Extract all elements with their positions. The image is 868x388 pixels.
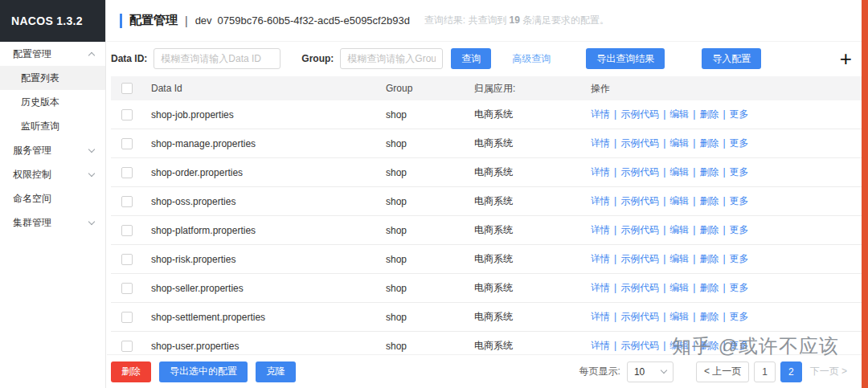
plus-icon[interactable]: + <box>840 51 852 67</box>
sidebar-item-service-management[interactable]: 服务管理 <box>0 138 105 162</box>
row-app: 电商系统 <box>466 165 583 179</box>
result-count: 19 <box>510 14 520 26</box>
row-action-sample-code[interactable]: 示例代码 <box>620 224 659 235</box>
row-action-more[interactable]: 更多 <box>730 195 749 206</box>
row-action-detail[interactable]: 详情 <box>591 253 610 264</box>
row-action-delete[interactable]: 删除 <box>699 311 719 322</box>
row-action-sample-code[interactable]: 示例代码 <box>620 137 659 149</box>
row-checkbox[interactable] <box>121 109 133 120</box>
select-all-checkbox[interactable] <box>121 83 133 94</box>
row-app: 电商系统 <box>466 108 583 121</box>
group-label: Group: <box>301 53 334 64</box>
header-data-id: Data Id <box>143 83 378 94</box>
export-query-results-button[interactable]: 导出查询结果 <box>586 48 665 69</box>
row-action-delete[interactable]: 删除 <box>699 282 719 293</box>
row-action-detail[interactable]: 详情 <box>591 282 610 293</box>
row-action-edit[interactable]: 编辑 <box>669 195 689 206</box>
row-action-more[interactable]: 更多 <box>730 108 749 120</box>
group-input[interactable] <box>340 48 443 69</box>
action-separator: | <box>614 253 616 264</box>
row-data-id: shop-manage.properties <box>143 138 378 149</box>
row-action-edit[interactable]: 编辑 <box>669 166 689 178</box>
row-action-sample-code[interactable]: 示例代码 <box>620 311 659 322</box>
row-action-edit[interactable]: 编辑 <box>669 108 689 120</box>
row-action-detail[interactable]: 详情 <box>591 311 610 322</box>
row-action-sample-code[interactable]: 示例代码 <box>620 108 659 120</box>
data-id-input[interactable] <box>154 48 280 69</box>
row-action-more[interactable]: 更多 <box>730 166 749 178</box>
row-checkbox[interactable] <box>121 283 133 294</box>
row-checkbox[interactable] <box>121 167 133 178</box>
row-action-edit[interactable]: 编辑 <box>669 282 689 293</box>
page-2-button[interactable]: 2 <box>780 361 802 382</box>
delete-button[interactable]: 删除 <box>111 361 151 382</box>
query-button[interactable]: 查询 <box>451 48 491 69</box>
table-row: shop-oss.propertiesshop电商系统详情|示例代码|编辑|删除… <box>111 187 862 216</box>
row-action-detail[interactable]: 详情 <box>591 166 610 178</box>
page-1-button[interactable]: 1 <box>754 361 776 382</box>
sidebar-item-namespace[interactable]: 命名空间 <box>0 186 105 210</box>
row-action-sample-code[interactable]: 示例代码 <box>620 195 659 206</box>
row-action-edit[interactable]: 编辑 <box>669 224 689 235</box>
sidebar-item-config-list[interactable]: 配置列表 <box>0 66 105 90</box>
row-actions: 详情|示例代码|编辑|删除|更多 <box>583 137 862 150</box>
row-action-edit[interactable]: 编辑 <box>669 311 689 322</box>
row-action-edit[interactable]: 编辑 <box>669 253 689 264</box>
action-separator: | <box>693 108 695 120</box>
row-action-edit[interactable]: 编辑 <box>669 137 689 149</box>
row-action-detail[interactable]: 详情 <box>591 137 610 149</box>
row-action-detail[interactable]: 详情 <box>591 108 610 120</box>
row-action-more[interactable]: 更多 <box>730 282 749 293</box>
next-page-button[interactable]: 下一页 > <box>807 361 850 382</box>
row-action-delete[interactable]: 删除 <box>699 137 719 149</box>
row-app: 电商系统 <box>466 281 583 295</box>
action-separator: | <box>614 137 616 149</box>
clone-button[interactable]: 克隆 <box>256 361 296 382</box>
row-checkbox[interactable] <box>121 225 133 236</box>
row-checkbox[interactable] <box>121 312 133 323</box>
row-action-more[interactable]: 更多 <box>730 311 749 322</box>
table-header-row: Data Id Group 归属应用: 操作 <box>111 76 862 100</box>
table-row: shop-risk.propertiesshop电商系统详情|示例代码|编辑|删… <box>111 245 862 274</box>
action-separator: | <box>614 224 616 235</box>
row-action-delete[interactable]: 删除 <box>699 224 719 235</box>
row-action-detail[interactable]: 详情 <box>591 340 610 351</box>
prev-page-button[interactable]: < 上一页 <box>696 361 749 382</box>
row-checkbox[interactable] <box>121 138 133 149</box>
sidebar-item-label: 配置管理 <box>13 47 51 61</box>
row-checkbox[interactable] <box>121 341 133 352</box>
row-action-detail[interactable]: 详情 <box>591 224 610 235</box>
action-separator: | <box>614 340 616 351</box>
row-action-more[interactable]: 更多 <box>730 224 749 235</box>
sidebar-item-config-management[interactable]: 配置管理 <box>0 42 105 66</box>
row-group: shop <box>378 196 466 207</box>
row-action-delete[interactable]: 删除 <box>699 195 719 206</box>
row-action-sample-code[interactable]: 示例代码 <box>620 166 659 178</box>
row-action-delete[interactable]: 删除 <box>699 166 719 178</box>
row-action-more[interactable]: 更多 <box>730 340 749 351</box>
row-action-delete[interactable]: 删除 <box>699 253 719 264</box>
advanced-query-link[interactable]: 高级查询 <box>512 52 551 66</box>
row-checkbox[interactable] <box>121 254 133 265</box>
namespace-id: 0759bc76-60b5-4f32-acd5-e5095cf2b93d <box>218 14 410 27</box>
row-checkbox[interactable] <box>121 196 133 207</box>
page-size-select[interactable]: 10 <box>627 361 674 382</box>
sidebar-item-cluster-management[interactable]: 集群管理 <box>0 210 105 235</box>
row-action-sample-code[interactable]: 示例代码 <box>620 282 659 293</box>
row-action-more[interactable]: 更多 <box>730 137 749 149</box>
row-action-more[interactable]: 更多 <box>730 253 749 264</box>
action-separator: | <box>723 108 725 120</box>
row-data-id: shop-order.properties <box>143 167 378 178</box>
row-action-edit[interactable]: 编辑 <box>669 340 689 351</box>
sidebar-item-history-versions[interactable]: 历史版本 <box>0 90 105 114</box>
row-action-detail[interactable]: 详情 <box>591 195 610 206</box>
row-checkbox-cell <box>111 341 143 352</box>
row-action-delete[interactable]: 删除 <box>699 108 719 120</box>
row-action-sample-code[interactable]: 示例代码 <box>620 340 659 351</box>
sidebar-item-listen-query[interactable]: 监听查询 <box>0 114 105 138</box>
export-selected-button[interactable]: 导出选中的配置 <box>159 361 248 382</box>
row-action-sample-code[interactable]: 示例代码 <box>620 253 659 264</box>
row-action-delete[interactable]: 删除 <box>699 340 719 351</box>
sidebar-item-permission-control[interactable]: 权限控制 <box>0 162 105 186</box>
import-config-button[interactable]: 导入配置 <box>702 48 761 69</box>
